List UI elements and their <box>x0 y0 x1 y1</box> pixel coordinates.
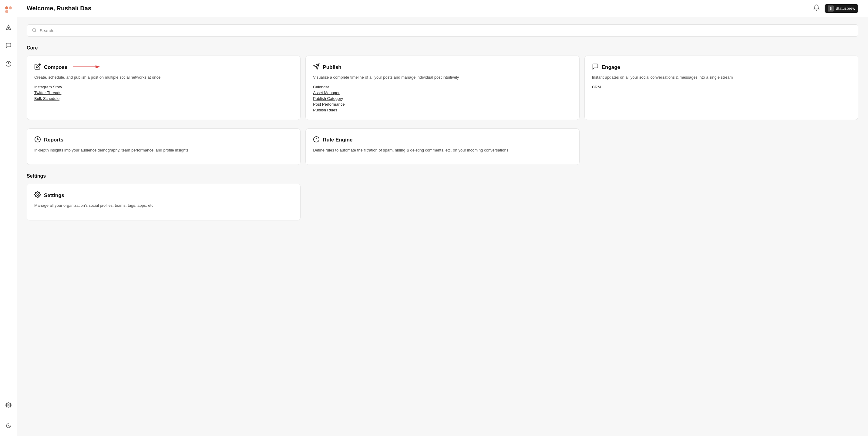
svg-point-0 <box>5 6 8 9</box>
page-title: Welcome, Rushali Das <box>27 5 91 12</box>
core-cards-row1: Compose Create, schedule, and publish a … <box>27 56 858 120</box>
publish-card-title: Publish <box>323 64 341 70</box>
user-menu[interactable]: S Statusbrew <box>825 4 858 13</box>
core-cards-row2: Reports In-depth insights into your audi… <box>27 128 858 165</box>
compose-link-bulk-schedule[interactable]: Bulk Schedule <box>34 96 293 101</box>
engage-card-header: Engage <box>592 63 851 71</box>
engage-card[interactable]: Engage Instant updates on all your socia… <box>584 56 858 120</box>
svg-marker-8 <box>96 65 100 68</box>
reports-card[interactable]: Reports In-depth insights into your audi… <box>27 128 301 165</box>
sidebar <box>0 0 17 436</box>
compose-link-twitter-threads[interactable]: Twitter Threads <box>34 90 293 95</box>
publish-link-calendar[interactable]: Calendar <box>313 85 572 89</box>
main-area: Welcome, Rushali Das S Statusbrew <box>17 0 868 436</box>
rule-engine-icon <box>313 136 320 144</box>
publish-icon <box>313 63 320 71</box>
compose-card-desc: Create, schedule, and publish a post on … <box>34 75 293 81</box>
reports-icon <box>34 136 41 144</box>
avatar: S <box>828 5 834 11</box>
rule-engine-card-desc: Define rules to automate the filtration … <box>313 147 572 153</box>
svg-point-2 <box>5 10 8 13</box>
engage-card-links: CRM <box>592 85 851 89</box>
reports-card-header: Reports <box>34 136 293 144</box>
core-section-title: Core <box>27 45 858 51</box>
engage-icon <box>592 63 599 71</box>
publish-link-post-performance[interactable]: Post Performance <box>313 102 572 107</box>
sidebar-item-reports[interactable] <box>3 58 14 69</box>
engage-link-crm[interactable]: CRM <box>592 85 851 89</box>
settings-gear-icon <box>34 191 41 200</box>
compose-card-links: Instagram Story Twitter Threads Bulk Sch… <box>34 85 293 101</box>
publish-card-desc: Visualize a complete timeline of all you… <box>313 75 572 81</box>
search-icon <box>32 28 37 33</box>
svg-point-5 <box>32 28 36 32</box>
notification-bell-icon[interactable] <box>813 4 820 12</box>
search-input[interactable] <box>40 28 853 33</box>
rule-engine-card[interactable]: Rule Engine Define rules to automate the… <box>305 128 579 165</box>
sidebar-item-engage[interactable] <box>3 40 14 51</box>
publish-card-links: Calendar Asset Manager Publish Category … <box>313 85 572 112</box>
sidebar-item-compose[interactable] <box>3 22 14 33</box>
sidebar-item-moon[interactable] <box>3 420 14 431</box>
svg-point-4 <box>8 404 9 406</box>
search-bar[interactable] <box>27 24 858 37</box>
svg-line-6 <box>35 31 36 32</box>
publish-card-header: Publish <box>313 63 572 71</box>
publish-card[interactable]: Publish Visualize a complete timeline of… <box>305 56 579 120</box>
settings-cards: Settings Manage all your organization's … <box>27 184 858 221</box>
sidebar-logo <box>4 5 13 14</box>
sidebar-item-settings[interactable] <box>3 400 14 410</box>
settings-card-title: Settings <box>44 193 64 199</box>
content-area: Core Compose <box>17 17 868 436</box>
engage-card-title: Engage <box>602 64 620 70</box>
reports-card-desc: In-depth insights into your audience dem… <box>34 147 293 153</box>
engage-card-desc: Instant updates on all your social conve… <box>592 75 851 81</box>
reports-card-title: Reports <box>44 137 63 143</box>
compose-arrow <box>73 64 100 71</box>
compose-icon <box>34 63 41 71</box>
header-right: S Statusbrew <box>813 4 858 13</box>
user-label: Statusbrew <box>836 6 855 11</box>
publish-link-publish-category[interactable]: Publish Category <box>313 96 572 101</box>
settings-card-desc: Manage all your organization's social pr… <box>34 203 293 209</box>
svg-point-15 <box>37 194 38 196</box>
settings-card[interactable]: Settings Manage all your organization's … <box>27 184 301 221</box>
publish-link-publish-rules[interactable]: Publish Rules <box>313 108 572 112</box>
svg-point-1 <box>9 6 12 9</box>
rule-engine-card-header: Rule Engine <box>313 136 572 144</box>
compose-card[interactable]: Compose Create, schedule, and publish a … <box>27 56 301 120</box>
settings-card-header: Settings <box>34 191 293 200</box>
publish-link-asset-manager[interactable]: Asset Manager <box>313 90 572 95</box>
header: Welcome, Rushali Das S Statusbrew <box>17 0 868 17</box>
compose-link-instagram-story[interactable]: Instagram Story <box>34 85 293 89</box>
compose-card-title: Compose <box>44 64 67 70</box>
rule-engine-card-title: Rule Engine <box>323 137 352 143</box>
compose-card-header: Compose <box>34 63 293 71</box>
settings-section-title: Settings <box>27 173 858 179</box>
